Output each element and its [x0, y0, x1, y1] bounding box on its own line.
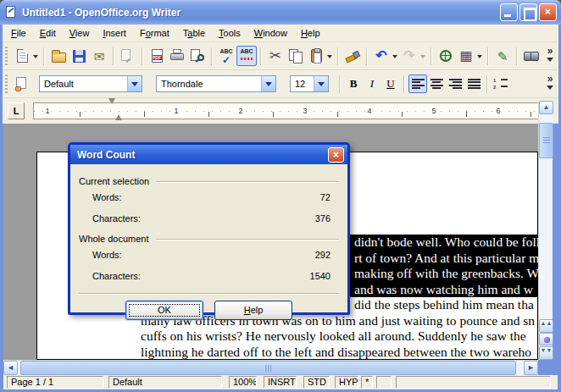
cut-button[interactable]: ✂	[265, 46, 286, 66]
styles-formatting-button[interactable]	[12, 74, 32, 94]
underline-button[interactable]: U	[381, 75, 400, 93]
tab-stop-selector[interactable]: L	[8, 102, 25, 119]
insert-mode-field[interactable]: INSRT	[264, 376, 297, 389]
horizontal-ruler[interactable]: 1 1 2 3 4 5 6	[33, 102, 540, 119]
zoom-field[interactable]: 100%	[229, 376, 257, 389]
autospellcheck-button[interactable]: ABC	[236, 46, 257, 66]
justify-button[interactable]	[464, 75, 483, 93]
empty-status-field-long[interactable]	[396, 376, 551, 389]
format-paintbrush-button[interactable]	[342, 46, 363, 66]
dialog-close-button[interactable]: ×	[328, 147, 344, 163]
styles-icon	[14, 77, 30, 91]
numbering-button[interactable]: 12	[492, 75, 510, 93]
draw-functions-button[interactable]: ✎	[492, 46, 513, 66]
find-replace-button[interactable]	[521, 46, 542, 66]
undo-dropdown-icon[interactable]	[392, 55, 397, 61]
toolbar-overflow-button[interactable]: »	[547, 47, 553, 65]
close-button[interactable]: ×	[539, 3, 557, 21]
next-page-button[interactable]: ▼▼	[539, 346, 553, 360]
paragraph-style-combobox[interactable]: Default	[39, 75, 142, 92]
modified-flag-field[interactable]: *	[361, 376, 373, 389]
selection-mode-field[interactable]: STD	[303, 376, 330, 389]
export-pdf-button[interactable]: PDF	[147, 46, 167, 66]
toolbar-separator	[43, 47, 45, 65]
paste-button[interactable]	[306, 46, 326, 66]
navigation-button[interactable]	[539, 333, 553, 345]
align-right-button[interactable]	[446, 75, 464, 93]
edit-file-button[interactable]	[118, 46, 138, 66]
redo-dropdown-icon[interactable]	[420, 55, 425, 61]
menu-label-rest: ble	[192, 28, 205, 38]
font-size-combobox[interactable]: 12	[290, 75, 329, 92]
title-bar[interactable]: Untitled1 - OpenOffice.org Writer ×	[0, 0, 561, 25]
chevron-down-icon	[265, 82, 272, 90]
menu-tools[interactable]: Tools	[212, 25, 247, 41]
page-preview-button[interactable]	[187, 46, 208, 66]
align-left-button[interactable]	[408, 75, 427, 93]
size-dropdown-button[interactable]	[314, 76, 328, 91]
vertical-scroll-thumb[interactable]	[539, 123, 553, 158]
chevron-down-icon	[318, 82, 325, 90]
overflow-down-icon	[547, 86, 553, 93]
menu-help[interactable]: Help	[294, 25, 327, 41]
menu-edit[interactable]: Edit	[33, 25, 63, 41]
toolbar-grip[interactable]	[5, 47, 8, 65]
menu-window[interactable]: Window	[247, 25, 294, 41]
open-button[interactable]	[48, 46, 69, 66]
menu-label-rest: nsert	[105, 28, 125, 38]
scroll-left-button[interactable]: ◄	[3, 361, 18, 375]
ok-button[interactable]: OK	[125, 301, 203, 320]
new-document-dropdown-icon[interactable]	[33, 55, 38, 61]
save-button[interactable]	[69, 46, 89, 66]
text-line[interactable]: lightning he darted off to the left and …	[141, 345, 538, 361]
email-button[interactable]: ✉	[89, 46, 109, 66]
toolbar-overflow-button[interactable]: »	[547, 75, 553, 93]
empty-status-field[interactable]	[376, 376, 392, 389]
previous-page-button[interactable]: ▲▲	[539, 319, 553, 333]
hyperlink-button[interactable]	[436, 46, 456, 66]
paste-dropdown-icon[interactable]	[327, 55, 332, 61]
horizontal-scroll-thumb[interactable]	[20, 361, 516, 375]
ruler-tick	[466, 112, 467, 117]
page-number-field[interactable]: Page 1 / 1	[7, 376, 103, 389]
characters-value: 376	[315, 213, 330, 224]
scroll-up-button[interactable]: ▲	[539, 101, 553, 114]
menu-table[interactable]: Table	[176, 25, 212, 41]
maximize-button[interactable]	[519, 3, 537, 21]
pencil-icon: ✎	[497, 50, 508, 63]
menu-view[interactable]: View	[63, 25, 97, 41]
italic-button[interactable]: I	[363, 75, 381, 93]
spellcheck-button[interactable]: ABC✓	[216, 46, 236, 66]
overflow-chevron-icon: »	[547, 47, 553, 55]
help-button[interactable]: Help	[214, 301, 292, 320]
undo-button[interactable]: ↶	[371, 46, 392, 66]
copy-button[interactable]	[286, 46, 306, 66]
indent-marker[interactable]	[108, 104, 116, 119]
toolbar-grip[interactable]	[5, 75, 8, 93]
menu-label-key: V	[69, 28, 75, 38]
menu-file[interactable]: File	[4, 25, 33, 41]
dialog-title: Word Count	[77, 149, 328, 161]
font-name-combobox[interactable]: Thorndale	[156, 75, 276, 92]
dialog-title-bar[interactable]: Word Count ×	[70, 145, 347, 164]
ruler-number: 2	[236, 106, 244, 116]
align-center-icon	[430, 79, 443, 90]
bold-button[interactable]: B	[344, 75, 363, 93]
vertical-scrollbar[interactable]: ▲ ▲▲ ▼▼	[538, 101, 553, 360]
scroll-right-button[interactable]: ►	[524, 361, 538, 375]
hyperlink-mode-field[interactable]: HYP	[335, 376, 358, 389]
style-dropdown-button[interactable]	[127, 76, 142, 91]
align-center-button[interactable]	[427, 75, 446, 93]
redo-button[interactable]: ↷	[399, 46, 419, 66]
horizontal-scrollbar[interactable]: ◄ ►	[3, 360, 538, 375]
minimize-button[interactable]	[500, 3, 518, 21]
text-line[interactable]: cuffs on his wrists? He nervously looked…	[141, 329, 538, 345]
insert-table-button[interactable]: ▦	[456, 46, 476, 66]
font-dropdown-button[interactable]	[261, 76, 275, 91]
print-button[interactable]	[167, 46, 187, 66]
menu-format[interactable]: Format	[133, 25, 176, 41]
page-style-field[interactable]: Default	[108, 376, 222, 389]
menu-insert[interactable]: Insert	[96, 25, 133, 41]
new-document-button[interactable]	[12, 46, 32, 66]
table-dropdown-icon[interactable]	[477, 55, 482, 61]
